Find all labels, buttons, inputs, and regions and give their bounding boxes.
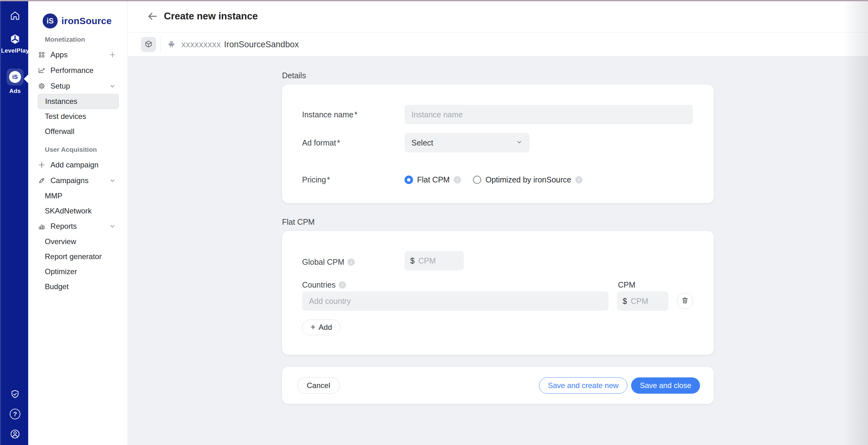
chevron-down-icon — [515, 138, 523, 147]
radio-unselected-icon[interactable] — [473, 176, 481, 184]
currency-symbol: $ — [623, 297, 627, 306]
countries-label-group: Countries i — [302, 280, 346, 289]
app-rail: LevelPlay iS Ads ? — [0, 0, 28, 445]
rail-item-label: LevelPlay — [1, 47, 29, 54]
sidebar-item-setup[interactable]: Setup — [38, 78, 119, 94]
sidebar-item-offerwall[interactable]: Offerwall — [38, 124, 119, 139]
rocket-icon — [38, 176, 46, 185]
home-icon — [9, 10, 21, 21]
rail-item-home[interactable] — [1, 10, 29, 21]
global-cpm-label-group: Global CPM i — [302, 258, 355, 267]
sidebar-item-optimizer[interactable]: Optimizer — [38, 264, 119, 279]
capture-border — [0, 0, 868, 1]
delete-country-row-button[interactable] — [677, 293, 693, 309]
rail-item-levelplay[interactable]: LevelPlay — [1, 33, 29, 54]
sidebar-item-report-generator[interactable]: Report generator — [38, 249, 119, 264]
gear-icon — [38, 82, 46, 90]
app-name: IronSourceSandbox — [224, 40, 299, 49]
page-header: Create new instance — [128, 0, 868, 33]
active-app-notch — [24, 74, 28, 83]
save-and-create-new-button[interactable]: Save and create new — [539, 377, 627, 394]
page-title: Create new instance — [164, 11, 258, 22]
global-cpm-label: Global CPM — [302, 258, 344, 267]
pricing-option-flat-cpm[interactable]: Flat CPM i — [405, 175, 461, 184]
info-icon[interactable]: i — [454, 176, 461, 183]
app-cube-icon — [141, 37, 156, 52]
app-id: xxxxxxxxx — [181, 40, 221, 49]
pricing-radio-group: Flat CPM i Optimized by ironSource i — [405, 170, 701, 189]
chevron-down-icon — [109, 177, 116, 184]
divider — [160, 37, 161, 52]
info-icon[interactable]: i — [575, 176, 583, 183]
flat-cpm-section-heading: Flat CPM — [282, 217, 714, 227]
ads-tile: iS — [7, 69, 24, 85]
ad-format-label: Ad format* — [302, 138, 340, 147]
app-context-bar: xxxxxxxxx IronSourceSandbox — [128, 33, 868, 57]
help-icon: ? — [10, 409, 20, 419]
app-screen: LevelPlay iS Ads ? — [0, 0, 868, 445]
sidebar-item-budget[interactable]: Budget — [38, 279, 119, 294]
add-country-button[interactable]: + Add — [302, 319, 340, 335]
cancel-button[interactable]: Cancel — [298, 377, 340, 394]
pricing-option-optimized[interactable]: Optimized by ironSource i — [473, 175, 583, 184]
ironsource-ads-icon: iS — [9, 71, 21, 83]
ad-format-select-value: Select — [411, 138, 433, 147]
android-icon — [166, 39, 177, 49]
brand-wordmark: ironSource — [61, 15, 112, 26]
ad-format-select[interactable]: Select — [405, 133, 530, 152]
pricing-label: Pricing* — [302, 175, 330, 184]
form-content: Details Instance name* Ad format* Select… — [282, 71, 714, 404]
brand-logo[interactable]: iS ironSource — [28, 0, 127, 33]
global-cpm-input-wrap: $ — [405, 251, 464, 270]
sidebar-item-add-campaign[interactable]: Add campaign — [38, 157, 119, 173]
country-cpm-input-wrap: $ — [617, 292, 669, 311]
add-button-label: Add — [319, 323, 332, 332]
sidebar-item-mmp[interactable]: MMP — [38, 189, 119, 203]
cpm-column-header: CPM — [618, 280, 636, 289]
sidebar-item-test-devices[interactable]: Test devices — [38, 109, 119, 124]
country-cpm-input[interactable] — [631, 297, 663, 306]
add-app-icon[interactable] — [109, 51, 116, 59]
countries-label: Countries — [302, 280, 336, 289]
details-section-heading: Details — [282, 71, 714, 80]
flat-cpm-card: Global CPM i $ Countries i CPM $ — [282, 231, 714, 355]
bar-chart-icon — [38, 222, 46, 230]
sidebar-item-campaigns[interactable]: Campaigns — [38, 173, 119, 189]
sidebar-item-instances[interactable]: Instances — [38, 94, 119, 109]
chevron-down-icon — [109, 222, 116, 230]
info-icon[interactable]: i — [339, 281, 346, 288]
rail-item-help[interactable]: ? — [1, 409, 29, 419]
sidebar-item-reports[interactable]: Reports — [38, 218, 119, 234]
sidebar: iS ironSource Monetization Apps Per — [28, 0, 128, 445]
sidebar-item-skadnetwork[interactable]: SKAdNetwork — [38, 203, 119, 218]
details-card: Instance name* Ad format* Select Pricing… — [282, 84, 714, 203]
rail-item-account[interactable] — [1, 429, 29, 440]
apps-grid-icon — [38, 51, 46, 59]
sidebar-section-monetization: Monetization — [38, 36, 118, 43]
country-input[interactable] — [302, 292, 609, 311]
main-area: Create new instance xxxxxxxxx — [128, 0, 868, 445]
performance-chart-icon — [38, 66, 46, 74]
sidebar-item-apps[interactable]: Apps — [38, 47, 119, 63]
save-and-close-button[interactable]: Save and close — [631, 377, 700, 394]
sidebar-item-performance[interactable]: Performance — [38, 63, 119, 78]
plus-icon — [38, 161, 46, 169]
plus-icon: + — [311, 323, 315, 332]
form-footer: Cancel Save and create new Save and clos… — [282, 367, 714, 404]
trash-icon — [681, 296, 689, 306]
rail-item-privacy[interactable] — [1, 389, 29, 400]
rail-item-label: Ads — [9, 88, 21, 95]
footer-actions: Save and create new Save and close — [539, 377, 700, 394]
back-button[interactable] — [146, 9, 159, 23]
sidebar-item-overview[interactable]: Overview — [38, 234, 119, 249]
ironsource-logo-icon: iS — [42, 13, 58, 29]
levelplay-unity-icon — [9, 33, 21, 45]
instance-name-label: Instance name* — [302, 110, 358, 119]
global-cpm-input[interactable] — [418, 256, 458, 265]
chevron-down-icon — [109, 82, 116, 90]
info-icon[interactable]: i — [347, 259, 355, 266]
instance-name-input[interactable] — [405, 105, 693, 124]
currency-symbol: $ — [410, 256, 414, 265]
radio-selected-icon[interactable] — [405, 176, 413, 184]
shield-check-icon — [10, 389, 20, 400]
